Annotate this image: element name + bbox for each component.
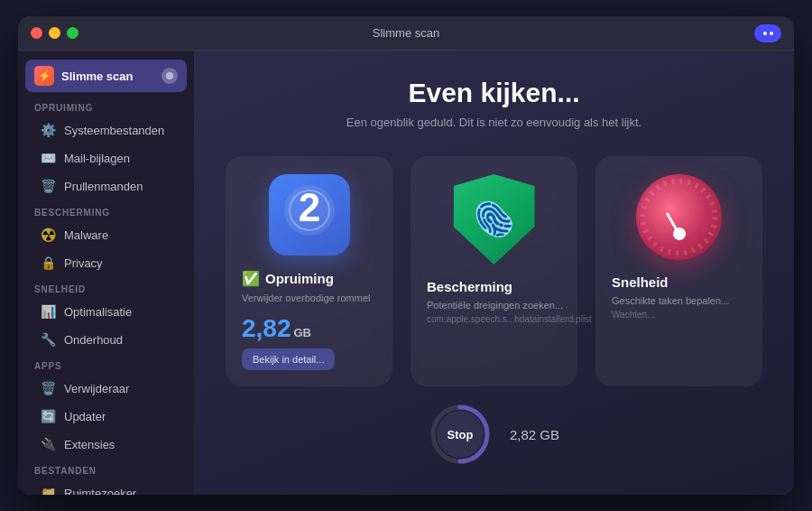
gauge-icon	[636, 174, 722, 260]
privacy-icon: 🔒	[40, 255, 56, 271]
stop-area: Stop 2,82 GB	[429, 403, 559, 466]
sidebar-item-label: Updater	[64, 410, 106, 423]
bescherming-status-row: Bescherming	[427, 279, 512, 294]
updater-icon: 🔄	[40, 408, 56, 424]
extensies-icon: 🔌	[40, 436, 56, 452]
sidebar-item-label: Optimalisatie	[64, 305, 132, 319]
sidebar-active-label: Slimme scan	[61, 70, 154, 83]
section-label-bescherming: Bescherming	[18, 200, 194, 221]
main-title: Even kijken...	[408, 78, 579, 108]
sidebar-item-label: Prullenmanden	[64, 180, 143, 193]
sidebar-item-label: Extensies	[64, 438, 115, 451]
stop-size-text: 2,82 GB	[510, 427, 559, 442]
mail-icon: ✉️	[40, 150, 56, 166]
trash-icon: 🗑️	[40, 178, 56, 194]
check-circle-icon: ✅	[242, 270, 260, 287]
app-window: Slimme scan ⚡ Slimme scan Opruiming ⚙️ S…	[18, 16, 794, 495]
shield-wrapper: 🫆	[454, 174, 535, 265]
card-snelheid: Snelheid Geschikte taken bepalen... Wach…	[595, 156, 762, 386]
section-label-apps: Apps	[18, 354, 194, 375]
sidebar: ⚡ Slimme scan Opruiming ⚙️ Systeembestan…	[18, 51, 194, 495]
card-desc-bescherming: Potentiële dreigingen zoeken... com.appl…	[427, 299, 592, 327]
sidebar-item-onderhoud[interactable]: 🔧 Onderhoud	[23, 326, 189, 353]
cards-row: 2 ✅ Opruiming Verwijder overbodige romme…	[221, 156, 767, 386]
ruimtezoeker-icon: 📁	[40, 485, 56, 495]
dot-icon-2	[770, 32, 773, 35]
sidebar-item-label: Malware	[64, 228, 108, 242]
sidebar-item-optimalisatie[interactable]: 📊 Optimalisatie	[23, 298, 189, 325]
sidebar-item-mail-bijlagen[interactable]: ✉️ Mail-bijlagen	[23, 144, 189, 172]
sidebar-item-label: Verwijderaar	[64, 382, 129, 395]
card-size-opruiming: 2,82GB	[242, 314, 311, 343]
opruiming-disk-icon: 2	[269, 174, 350, 256]
bescherming-icon-area: 🫆	[427, 174, 561, 265]
sidebar-item-label: Privacy	[64, 256, 103, 270]
card-desc-snelheid: Geschikte taken bepalen... Wachten...	[612, 294, 729, 322]
card-title-opruiming: Opruiming	[265, 271, 334, 286]
svg-point-0	[166, 72, 173, 79]
svg-point-4	[643, 181, 715, 254]
sidebar-item-malware[interactable]: ☢️ Malware	[23, 221, 189, 248]
opruiming-icon-area: 2	[242, 174, 376, 256]
stop-ring: Stop	[429, 403, 492, 466]
snelheid-status-row: Snelheid	[612, 274, 669, 290]
section-label-opruiming: Opruiming	[18, 96, 194, 116]
malware-icon: ☢️	[40, 227, 56, 243]
traffic-lights	[31, 27, 78, 39]
sidebar-item-verwijderaar[interactable]: 🗑️ Verwijderaar	[23, 375, 189, 402]
sidebar-item-slimme-scan[interactable]: ⚡ Slimme scan	[25, 60, 187, 92]
card-title-snelheid: Snelheid	[612, 274, 669, 290]
dot-icon-1	[763, 32, 767, 35]
section-label-bestanden: Bestanden	[18, 459, 194, 479]
section-label-snelheid: Snelheid	[18, 277, 194, 298]
onderhoud-icon: 🔧	[40, 331, 56, 348]
sidebar-badge	[161, 68, 178, 84]
sidebar-item-ruimtezoeker[interactable]: 📁 Ruimtezoeker	[23, 479, 189, 495]
sidebar-item-privacy[interactable]: 🔒 Privacy	[23, 249, 189, 276]
card-bescherming: 🫆 Bescherming Potentiële dreigingen zoek…	[411, 156, 577, 386]
sidebar-item-systeembestanden[interactable]: ⚙️ Systeembestanden	[23, 116, 189, 144]
main-subtitle: Een ogenblik geduld. Dit is niet zo eenv…	[346, 116, 641, 129]
snelheid-icon-area	[612, 174, 746, 260]
shield-icon: 🫆	[454, 174, 535, 265]
close-button[interactable]	[31, 27, 42, 39]
card-opruiming: 2 ✅ Opruiming Verwijder overbodige romme…	[226, 156, 392, 386]
sidebar-item-extensies[interactable]: 🔌 Extensies	[23, 431, 189, 458]
window-title: Slimme scan	[373, 26, 439, 40]
bekijk-detail-button[interactable]: Bekijk in detail...	[242, 348, 335, 370]
content-area: ⚡ Slimme scan Opruiming ⚙️ Systeembestan…	[18, 51, 794, 495]
stop-button[interactable]: Stop	[437, 411, 484, 458]
card-desc-opruiming: Verwijder overbodige rommel	[242, 292, 370, 305]
systeembestanden-icon: ⚙️	[40, 122, 56, 138]
sidebar-item-label: Systeembestanden	[64, 124, 164, 137]
card-title-bescherming: Bescherming	[427, 279, 512, 294]
optimalisatie-icon: 📊	[40, 303, 56, 320]
settings-button[interactable]	[754, 24, 781, 42]
sidebar-item-updater[interactable]: 🔄 Updater	[23, 403, 189, 430]
slimme-scan-icon: ⚡	[34, 66, 54, 86]
main-content: Even kijken... Een ogenblik geduld. Dit …	[194, 51, 794, 495]
sidebar-item-label: Onderhoud	[64, 333, 123, 347]
minimize-button[interactable]	[49, 27, 60, 39]
sidebar-item-label: Ruimtezoeker	[64, 487, 136, 496]
sidebar-item-label: Mail-bijlagen	[64, 152, 130, 165]
maximize-button[interactable]	[67, 27, 78, 39]
opruiming-status-row: ✅ Opruiming	[242, 270, 334, 287]
verwijderaar-icon: 🗑️	[40, 380, 56, 396]
titlebar: Slimme scan	[18, 16, 794, 51]
sidebar-item-prullenmanden[interactable]: 🗑️ Prullenmanden	[23, 172, 189, 200]
gauge-center	[673, 228, 686, 240]
